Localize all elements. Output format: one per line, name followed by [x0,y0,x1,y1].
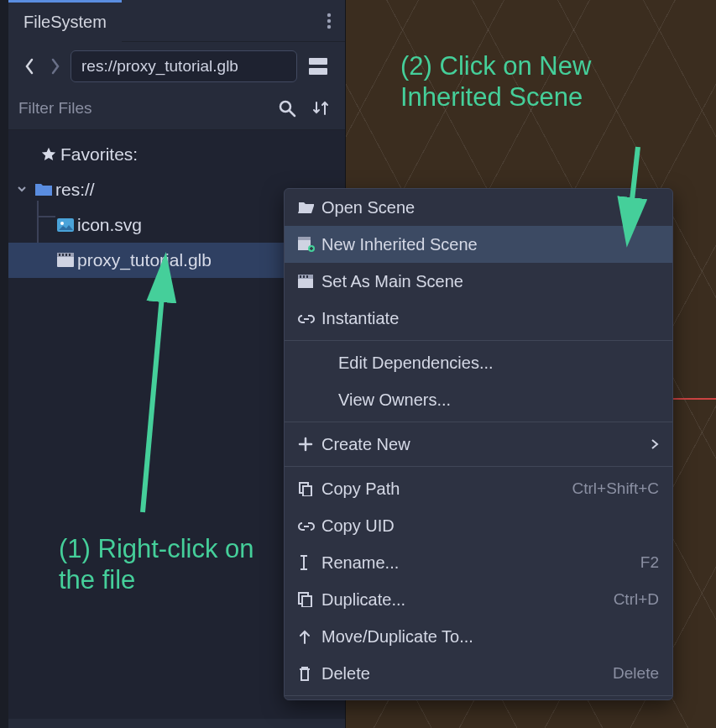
menu-label: Edit Dependencies... [338,354,659,373]
tab-bar: FileSystem [8,0,345,42]
svg-rect-9 [59,254,60,256]
svg-rect-7 [57,255,74,267]
link-icon [298,311,321,326]
trash-icon [298,665,321,682]
menu-shortcut: Ctrl+D [614,590,659,609]
folder-open-icon [298,200,321,215]
file-label: icon.svg [77,215,142,235]
svg-point-2 [327,24,331,28]
annotation-step2: (2) Click on New Inherited Scene [400,50,669,113]
view-mode-toggle[interactable] [305,53,332,80]
menu-label: Copy UID [321,516,659,536]
path-input[interactable] [71,50,297,82]
move-up-icon [298,628,321,645]
svg-rect-16 [298,278,313,288]
menu-shortcut: Delete [613,664,659,683]
annotation-step1: (1) Right-click on the file [59,533,277,595]
menu-separator [285,422,672,422]
filter-input[interactable] [18,92,268,124]
favorites-row[interactable]: Favorites: [8,137,345,172]
svg-rect-18 [300,275,301,278]
menu-label: Open Scene [321,198,659,217]
svg-point-6 [60,222,64,225]
duplicate-icon [298,592,321,607]
menu-label: View Owners... [338,390,659,410]
path-row [8,42,345,87]
menu-set-main-scene[interactable]: Set As Main Scene [285,263,672,300]
menu-label: Copy Path [321,479,572,499]
menu-label: Move/Duplicate To... [321,627,659,647]
scene-file-icon [54,251,77,270]
svg-rect-11 [65,254,67,256]
svg-point-0 [327,13,331,16]
link-icon [298,518,321,533]
chevron-right-icon [651,435,659,454]
menu-separator [285,340,672,341]
sort-icon[interactable] [306,94,335,123]
menu-separator [285,466,672,467]
menu-label: Rename... [321,553,640,573]
star-icon [37,146,60,163]
nav-back-button[interactable] [18,54,40,79]
tab-filesystem[interactable]: FileSystem [8,0,122,42]
svg-line-4 [290,111,295,116]
menu-create-new[interactable]: Create New [285,426,672,463]
menu-label: Instantiate [321,309,659,328]
cursor-text-icon [298,554,321,571]
svg-rect-20 [306,275,308,278]
menu-label: Create New [321,435,651,454]
menu-shortcut: Ctrl+Shift+C [572,479,659,498]
svg-rect-22 [303,486,311,496]
plus-icon [298,437,321,452]
menu-edit-dependencies[interactable]: Edit Dependencies... [285,344,672,381]
image-file-icon [54,216,77,234]
root-label: res:// [55,180,95,200]
chevron-down-icon[interactable] [17,184,32,196]
svg-rect-19 [303,275,305,278]
file-label: proxy_tutorial.glb [77,250,212,270]
menu-label: New Inherited Scene [321,235,659,254]
arrow-step2 [613,143,663,238]
svg-rect-12 [69,254,71,256]
menu-separator [285,695,672,696]
svg-line-25 [143,277,164,512]
menu-label: Delete [321,664,613,683]
clapper-icon [298,274,321,289]
arrow-step1 [126,269,193,524]
svg-rect-10 [62,254,64,256]
svg-rect-14 [298,237,311,240]
copy-icon [298,481,321,496]
svg-point-1 [327,18,331,22]
menu-view-owners[interactable]: View Owners... [285,381,672,418]
tab-overflow-button[interactable] [313,13,345,29]
menu-instantiate[interactable]: Instantiate [285,300,672,337]
scene-add-icon [298,237,321,252]
menu-label: Set As Main Scene [321,272,659,291]
menu-rename[interactable]: Rename... F2 [285,544,672,581]
menu-duplicate[interactable]: Duplicate... Ctrl+D [285,581,672,618]
menu-move-to[interactable]: Move/Duplicate To... [285,618,672,655]
context-menu: Open Scene New Inherited Scene Set As Ma… [284,188,673,700]
favorites-label: Favorites: [60,144,138,165]
menu-shortcut: F2 [640,553,659,572]
menu-label: Duplicate... [321,590,614,610]
svg-line-26 [630,147,638,223]
filter-row [8,87,345,129]
menu-copy-path[interactable]: Copy Path Ctrl+Shift+C [285,470,672,507]
folder-icon [32,182,55,197]
search-icon[interactable] [273,94,301,123]
menu-delete[interactable]: Delete Delete [285,655,672,692]
svg-rect-24 [302,596,311,607]
nav-forward-button[interactable] [44,54,66,79]
menu-copy-uid[interactable]: Copy UID [285,507,672,544]
